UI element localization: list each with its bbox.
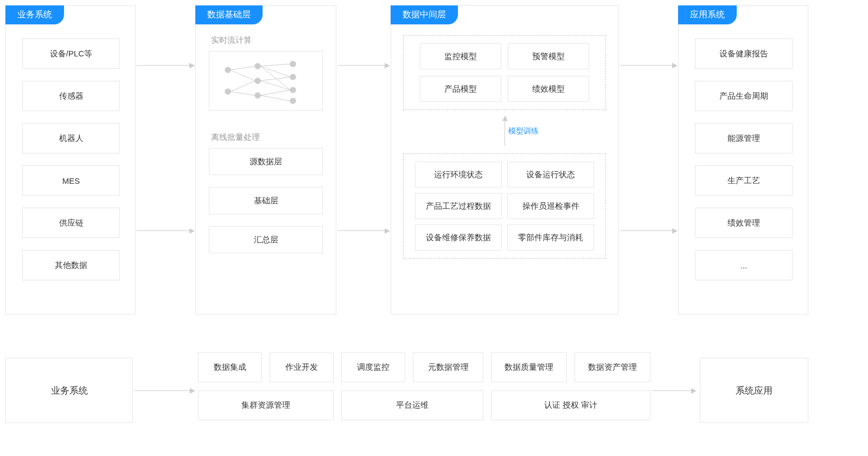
svg-line-18: [260, 95, 290, 101]
bottom-r1-item: 数据质量管理: [491, 352, 567, 382]
col-business-title: 业务系统: [5, 5, 64, 24]
data-item: 运行环境状态: [415, 162, 502, 188]
bottom-r2-item: 集群资源管理: [198, 390, 334, 420]
model-item: 预警模型: [508, 43, 589, 69]
biz-item: 传感器: [22, 81, 120, 111]
batch-item: 汇总层: [209, 226, 323, 253]
model-item: 监控模型: [420, 43, 501, 69]
batch-label: 离线批量处理: [211, 132, 323, 143]
stream-label: 实时流计算: [211, 35, 323, 46]
training-label: 模型训练: [508, 126, 539, 136]
arrow-found-to-mid-top: [337, 65, 389, 66]
svg-line-19: [260, 66, 290, 90]
bottom-r1-item: 元数据管理: [413, 352, 483, 382]
svg-line-15: [260, 77, 290, 81]
biz-item: 供应链: [22, 208, 120, 238]
data-item: 操作员巡检事件: [507, 193, 594, 219]
arrow-biz-to-found-top: [137, 65, 194, 66]
col-business: 业务系统 设备/PLC等 传感器 机器人 MES 供应链 其他数据: [5, 5, 136, 314]
app-item: 设备健康报告: [695, 38, 793, 69]
biz-item: 设备/PLC等: [22, 38, 120, 69]
data-item: 设备维修保养数据: [415, 224, 502, 251]
app-item: 能源管理: [695, 123, 793, 153]
svg-point-0: [225, 67, 231, 73]
app-item: 绩效管理: [695, 208, 793, 238]
batch-item: 源数据层: [209, 148, 323, 175]
arrow-found-to-mid-bottom: [337, 230, 389, 231]
stream-graph-box: [209, 51, 323, 111]
bottom-right: 系统应用: [700, 358, 808, 423]
svg-line-14: [260, 66, 290, 77]
bottom-r1-item: 作业开发: [270, 352, 334, 382]
data-item: 产品工艺过程数据: [415, 193, 502, 219]
batch-item: 基础层: [209, 187, 323, 214]
arrow-bottom-right: [652, 390, 695, 391]
data-group: 运行环境状态 设备运行状态 产品工艺过程数据 操作员巡检事件 设备维修保养数据 …: [403, 153, 606, 259]
arrow-training: [505, 117, 505, 146]
svg-line-16: [260, 81, 290, 90]
col-foundation-title: 数据基础层: [195, 5, 263, 24]
network-graph-icon: [217, 56, 315, 105]
svg-line-13: [260, 64, 290, 66]
bottom-r1-item: 调度监控: [341, 352, 405, 382]
app-item: 产品生命周期: [695, 81, 793, 111]
svg-line-17: [260, 90, 290, 95]
bottom-r1-item: 数据资产管理: [575, 352, 650, 382]
model-item: 产品模型: [420, 76, 501, 102]
app-item: ...: [695, 250, 793, 280]
biz-item: 其他数据: [22, 250, 120, 280]
svg-point-1: [225, 89, 231, 94]
model-item: 绩效模型: [508, 76, 589, 102]
col-app: 应用系统 设备健康报告 产品生命周期 能源管理 生产工艺 绩效管理 ...: [678, 5, 808, 314]
svg-line-9: [231, 66, 255, 70]
bottom-r2-item: 平台运维: [341, 390, 483, 420]
arrow-bottom-left: [135, 390, 194, 391]
data-item: 零部件库存与消耗: [507, 224, 594, 251]
arrow-biz-to-found-bottom: [137, 230, 194, 231]
models-group: 监控模型 预警模型 产品模型 绩效模型: [403, 35, 606, 110]
bottom-left: 业务系统: [5, 358, 133, 423]
arrow-mid-to-app-bottom: [620, 230, 676, 231]
col-middle-title: 数据中间层: [391, 5, 458, 24]
bottom-r1-item: 数据集成: [198, 352, 262, 382]
col-middle: 数据中间层 监控模型 预警模型 产品模型 绩效模型 模型训练 运行环境状态 设备…: [391, 5, 618, 314]
svg-line-12: [231, 92, 255, 95]
bottom-r2-item: 认证 授权 审计: [491, 390, 650, 420]
arrow-mid-to-app-top: [620, 65, 676, 66]
biz-item: 机器人: [22, 123, 120, 153]
biz-item: MES: [22, 165, 120, 196]
col-foundation: 数据基础层 实时流计算: [195, 5, 336, 314]
svg-line-11: [231, 81, 255, 92]
col-app-title: 应用系统: [678, 5, 737, 24]
data-item: 设备运行状态: [507, 162, 594, 188]
app-item: 生产工艺: [695, 165, 793, 196]
svg-line-10: [231, 70, 255, 81]
